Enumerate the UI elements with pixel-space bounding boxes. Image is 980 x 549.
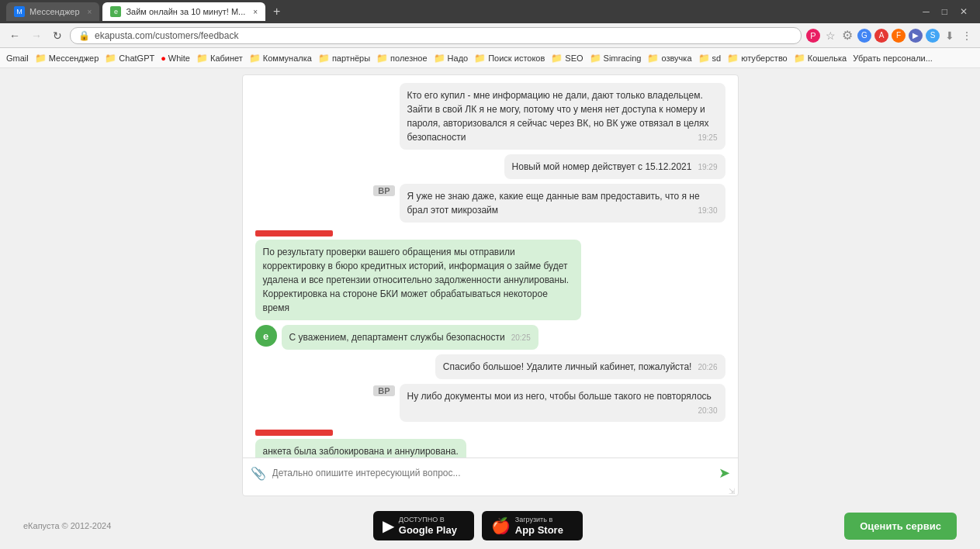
message-time-7: 20:30 xyxy=(698,405,717,416)
chat-messages[interactable]: Кто его купил - мне информацию не дали, … xyxy=(243,75,738,458)
message-bubble-7: Ну либо документы мои из него, чтобы бол… xyxy=(400,384,725,422)
bookmark-sd[interactable]: 📁sd xyxy=(698,53,722,64)
message-bubble-1: Кто его купил - мне информацию не дали, … xyxy=(400,83,725,150)
tab-close-messenger[interactable]: × xyxy=(88,8,92,16)
message-row-4: По результату проверки вашего обращения … xyxy=(255,227,725,320)
tab-ekapusta[interactable]: е Займ онлайн за 10 минут! М... × xyxy=(102,2,265,21)
send-button[interactable]: ➤ xyxy=(719,464,730,482)
bookmark-seo[interactable]: 📁SEO xyxy=(551,53,583,64)
bookmark-partnyory[interactable]: 📁партнёры xyxy=(318,53,370,64)
chat-container: Кто его купил - мне информацию не дали, … xyxy=(242,74,739,496)
app-store-small-text: Загрузить в xyxy=(515,516,563,524)
message-label-7: BP xyxy=(373,385,394,396)
address-text: ekapusta.com/customers/feedback xyxy=(95,30,238,41)
page-content: Кто его купил - мне информацию не дали, … xyxy=(0,68,980,502)
star-icon[interactable]: ☆ xyxy=(823,29,837,43)
bookmark-white[interactable]: ●White xyxy=(161,54,190,63)
message-text-3: Я уже не знаю даже, какие еще данные вам… xyxy=(407,191,700,216)
bookmarks-bar: Gmail 📁Мессенджер 📁ChatGPT ●White 📁Кабин… xyxy=(0,48,980,68)
toolbar-icons: P ☆ ⚙ G A F ▶ S ⬇ ⋮ xyxy=(806,29,974,43)
page-footer: еКапуста © 2012-2024 ▶ ДОСТУПНО В Google… xyxy=(0,502,980,549)
message-bubble-3: Я уже не знаю даже, какие еще данные вам… xyxy=(400,184,725,223)
bookmark-koshelka[interactable]: 📁Кошелька xyxy=(794,53,847,64)
bookmark-kommunalka[interactable]: 📁Коммуналка xyxy=(249,53,312,64)
extension-icon-1[interactable]: ⚙ xyxy=(840,29,854,43)
message-time-5: 20:25 xyxy=(511,332,531,344)
download-icon[interactable]: ⬇ xyxy=(943,29,957,43)
bookmark-simracing[interactable]: 📁Simracing xyxy=(590,53,642,64)
bookmark-kabinet[interactable]: 📁Кабинет xyxy=(196,53,243,64)
bookmark-poleznoe[interactable]: 📁полезное xyxy=(376,53,427,64)
reload-button[interactable]: ↻ xyxy=(50,28,65,43)
profile-icon[interactable]: P xyxy=(806,29,820,43)
message-row-8: анкета была заблокирована и аннулирована… xyxy=(255,426,725,458)
lock-icon: 🔒 xyxy=(78,30,90,41)
bookmark-chatgpt[interactable]: 📁ChatGPT xyxy=(105,53,154,64)
message-time-1: 19:25 xyxy=(698,132,717,143)
message-text-1: Кто его купил - мне информацию не дали, … xyxy=(407,90,709,143)
extension-icon-3[interactable]: A xyxy=(874,29,888,43)
redaction-line-4 xyxy=(255,230,333,237)
message-bubble-8: анкета была заблокирована и аннулирована… xyxy=(255,439,466,458)
chat-input[interactable] xyxy=(272,468,712,478)
message-row-5: е С уважением, департамент службы безопа… xyxy=(255,325,725,350)
google-play-button[interactable]: ▶ ДОСТУПНО В Google Play xyxy=(373,511,474,540)
forward-button[interactable]: → xyxy=(28,28,45,43)
new-tab-button[interactable]: + xyxy=(268,5,285,19)
redaction-line-8 xyxy=(255,430,333,436)
rate-service-button[interactable]: Оценить сервис xyxy=(844,513,957,540)
chat-outer: Кто его купил - мне информацию не дали, … xyxy=(0,68,980,502)
message-label-3: BP xyxy=(373,185,394,196)
message-row-6: Спасибо большое! Удалите личный кабинет,… xyxy=(255,354,725,379)
bookmark-ubrat[interactable]: Убрать персонали... xyxy=(853,54,933,63)
browser-titlebar: M Мессенджер × е Займ онлайн за 10 минут… xyxy=(0,0,980,23)
google-play-icon: ▶ xyxy=(383,516,394,535)
address-bar[interactable]: 🔒 ekapusta.com/customers/feedback xyxy=(70,27,802,44)
extension-icon-5[interactable]: ▶ xyxy=(909,29,923,43)
message-row-2: Новый мой номер действует с 15.12.2021 1… xyxy=(255,154,725,179)
extension-icon-2[interactable]: G xyxy=(857,29,871,43)
close-button[interactable]: ✕ xyxy=(954,0,974,23)
apple-icon: 🍎 xyxy=(491,516,511,535)
app-store-button[interactable]: 🍎 Загрузить в App Store xyxy=(482,511,583,540)
tab-label-messenger: Мессенджер xyxy=(29,7,80,16)
extension-icon-6[interactable]: S xyxy=(926,29,940,43)
message-time-3: 19:30 xyxy=(698,205,717,216)
agent-avatar-5: е xyxy=(255,325,277,347)
chat-input-area: 📎 ➤ xyxy=(243,458,738,488)
tab-label-ekapusta: Займ онлайн за 10 минут! М... xyxy=(126,7,245,16)
browser-toolbar: ← → ↻ 🔒 ekapusta.com/customers/feedback … xyxy=(0,23,980,48)
footer-copyright: еКапуста © 2012-2024 xyxy=(23,521,111,530)
app-store-big-text: App Store xyxy=(515,524,563,537)
back-button[interactable]: ← xyxy=(6,28,23,43)
attach-button[interactable]: 📎 xyxy=(251,466,266,481)
tab-favicon-messenger: M xyxy=(14,6,25,17)
message-text-8: анкета была заблокирована и аннулирована… xyxy=(263,446,459,457)
bookmark-ozvoochka[interactable]: 📁озвучка xyxy=(647,53,691,64)
bookmark-youtuber[interactable]: 📁ютуберство xyxy=(727,53,788,64)
message-row-1: Кто его купил - мне информацию не дали, … xyxy=(255,83,725,150)
minimize-button[interactable]: ─ xyxy=(916,0,936,23)
bookmark-messenger[interactable]: 📁Мессенджер xyxy=(35,53,99,64)
message-bubble-5: С уважением, департамент службы безопасн… xyxy=(282,325,538,350)
message-time-2: 19:29 xyxy=(698,161,717,173)
menu-icon[interactable]: ⋮ xyxy=(960,29,974,43)
tab-messenger[interactable]: M Мессенджер × xyxy=(6,2,99,21)
message-time-6: 20:26 xyxy=(698,361,717,373)
bookmark-poisk[interactable]: 📁Поиск истоков xyxy=(474,53,545,64)
message-row-7: BP Ну либо документы мои из него, чтобы … xyxy=(255,384,725,422)
extension-icon-4[interactable]: F xyxy=(892,29,906,43)
resize-handle: ⇲ xyxy=(243,488,738,495)
bookmark-nado[interactable]: 📁Надо xyxy=(434,53,469,64)
message-text-2: Новый мой номер действует с 15.12.2021 xyxy=(512,161,692,172)
message-bubble-4: По результату проверки вашего обращения … xyxy=(255,240,581,320)
bookmark-gmail[interactable]: Gmail xyxy=(6,54,29,63)
message-text-7: Ну либо документы мои из него, чтобы бол… xyxy=(407,391,712,402)
google-play-big-text: Google Play xyxy=(399,524,457,537)
maximize-button[interactable]: □ xyxy=(936,0,954,23)
message-bubble-6: Спасибо большое! Удалите личный кабинет,… xyxy=(435,354,725,379)
footer-stores: ▶ ДОСТУПНО В Google Play 🍎 Загрузить в A… xyxy=(373,511,583,540)
message-text-4: По результату проверки вашего обращения … xyxy=(263,247,570,313)
google-play-small-text: ДОСТУПНО В xyxy=(399,516,457,524)
tab-close-ekapusta[interactable]: × xyxy=(253,8,258,16)
